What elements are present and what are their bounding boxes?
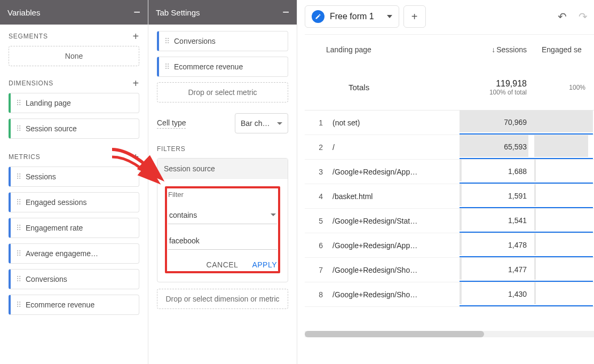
metric-chip-label: Ecommerce revenue	[174, 62, 243, 71]
assigned-metric-chip[interactable]: Conversions	[157, 31, 288, 51]
tabsettings-header: Tab Settings −	[148, 0, 297, 25]
table-row[interactable]: 1(not set) 70,969	[305, 110, 594, 135]
metric-chip[interactable]: Sessions	[9, 167, 139, 187]
metric-chip[interactable]: Average engageme…	[9, 243, 139, 264]
variables-header: Variables −	[0, 0, 148, 25]
row-dimension: /Google+Redesign/App…	[332, 168, 460, 176]
row-index: 7	[305, 266, 332, 274]
filters-label: FILTERS	[157, 145, 288, 153]
table-row[interactable]: 4/basket.html 1,591	[305, 184, 594, 209]
redo-icon[interactable]: ↷	[579, 10, 588, 23]
drag-icon	[16, 175, 21, 178]
row-metric-engaged	[534, 258, 593, 282]
row-metric-engaged	[534, 110, 593, 134]
row-metric-sessions: 1,541	[460, 209, 534, 233]
filter-caption: Filter	[168, 191, 277, 199]
dimension-chip-label: Session source	[26, 124, 77, 133]
metric-chip-label: Ecommerce revenue	[26, 300, 94, 309]
table-row[interactable]: 6/Google+Redesign/App… 1,478	[305, 233, 594, 258]
metric-chip[interactable]: Conversions	[9, 269, 139, 289]
tab-name: Free form 1	[330, 12, 374, 21]
row-metric-sessions: 65,593	[460, 135, 534, 159]
row-dimension: /basket.html	[332, 192, 460, 201]
segments-label: SEGMENTS	[9, 33, 48, 40]
metric-chip-label: Engaged sessions	[26, 198, 86, 207]
dimension-chip-label: Landing page	[26, 99, 71, 107]
variables-panel: Variables − SEGMENTS + None DIMENSIONS +…	[0, 0, 148, 364]
drag-icon	[16, 226, 21, 230]
row-dimension: /Google+Redesign/Sho…	[332, 290, 460, 299]
row-metric-engaged	[534, 160, 593, 184]
celltype-select[interactable]: Bar ch…	[235, 113, 288, 133]
row-metric-sessions: 1,688	[460, 160, 534, 184]
column-header-dimension[interactable]: Landing page	[305, 45, 460, 54]
metric-chip-label: Engagement rate	[26, 224, 83, 232]
filter-chip-header[interactable]: Session source	[157, 159, 288, 179]
variables-title: Variables	[7, 8, 40, 17]
filter-value-input[interactable]	[168, 232, 277, 250]
add-metric-button[interactable]: +	[133, 152, 139, 162]
totals-value: 119,918	[460, 79, 527, 89]
tabsettings-panel: Tab Settings − Conversions Ecommerce rev…	[148, 0, 297, 364]
dimension-chip[interactable]: Landing page	[9, 93, 139, 113]
row-dimension: /	[332, 143, 460, 152]
drag-icon	[164, 65, 170, 68]
table-row[interactable]: 8/Google+Redesign/Sho… 1,430	[305, 282, 594, 307]
table-row[interactable]: 7/Google+Redesign/Sho… 1,477	[305, 258, 594, 282]
horizontal-scrollbar[interactable]	[305, 331, 594, 337]
table-row[interactable]: 3/Google+Redesign/App… 1,688	[305, 160, 594, 184]
tabsettings-body: Conversions Ecommerce revenue Drop or se…	[148, 25, 297, 310]
totals-label: Totals	[305, 83, 460, 92]
report-tab[interactable]: Free form 1	[305, 5, 399, 28]
row-dimension: /Google+Redesign/App…	[332, 241, 460, 250]
row-index: 1	[305, 118, 332, 127]
filter-chip-label: Session source	[164, 164, 215, 173]
report-area: Free form 1 + ↶ ↷ Landing page Sessions …	[297, 0, 594, 364]
row-metric-engaged	[534, 135, 593, 159]
metric-chip[interactable]: Engaged sessions	[9, 192, 139, 212]
filter-condition-value: contains	[169, 211, 197, 219]
metrics-label: METRICS	[9, 153, 41, 161]
metric-chip-label: Sessions	[26, 172, 56, 181]
cancel-button[interactable]: CANCEL	[207, 260, 239, 269]
filter-highlight-box: Filter contains CANCEL APPLY	[165, 186, 280, 273]
add-tab-button[interactable]: +	[403, 5, 426, 28]
row-index: 5	[305, 217, 332, 225]
drag-icon	[16, 252, 21, 255]
column-header-engaged[interactable]: Engaged se	[534, 45, 593, 54]
drag-icon	[16, 278, 21, 281]
row-metric-sessions: 70,969	[460, 110, 534, 134]
drag-icon	[16, 127, 21, 130]
undo-icon[interactable]: ↶	[558, 10, 567, 23]
filter-dropzone[interactable]: Drop or select dimension or metric	[157, 289, 288, 309]
celltype-label: Cell type	[157, 118, 186, 129]
apply-button[interactable]: APPLY	[252, 260, 277, 269]
row-metric-sessions: 1,478	[460, 233, 534, 257]
row-metric-sessions: 1,430	[460, 282, 534, 306]
row-index: 3	[305, 168, 332, 176]
dimension-chip[interactable]: Session source	[9, 118, 139, 139]
segments-none[interactable]: None	[9, 46, 139, 66]
edit-icon	[312, 10, 324, 23]
drag-icon	[16, 201, 21, 204]
add-segment-button[interactable]: +	[133, 31, 139, 42]
column-header-sessions[interactable]: Sessions	[460, 45, 534, 54]
metric-chip[interactable]: Engagement rate	[9, 218, 139, 238]
assigned-metric-chip[interactable]: Ecommerce revenue	[157, 57, 288, 77]
row-metric-sessions: 1,591	[460, 184, 534, 208]
collapse-tabsettings-icon[interactable]: −	[282, 6, 289, 18]
metric-chip-label: Average engageme…	[26, 249, 98, 258]
add-dimension-button[interactable]: +	[133, 78, 139, 89]
row-index: 6	[305, 241, 332, 250]
table-row[interactable]: 2/ 65,593	[305, 135, 594, 160]
collapse-variables-icon[interactable]: −	[133, 6, 140, 18]
metric-dropzone[interactable]: Drop or select metric	[157, 82, 288, 102]
totals-row: Totals 119,918 100% of total 100%	[305, 65, 594, 110]
table-row[interactable]: 5/Google+Redesign/Stat… 1,541	[305, 209, 594, 233]
metric-chip[interactable]: Ecommerce revenue	[9, 295, 139, 315]
dimensions-label: DIMENSIONS	[9, 80, 53, 87]
drag-icon	[164, 39, 170, 43]
row-metric-engaged	[534, 184, 593, 208]
totals-sub: 100% of total	[460, 89, 527, 96]
filter-condition-select[interactable]: contains	[168, 206, 277, 224]
